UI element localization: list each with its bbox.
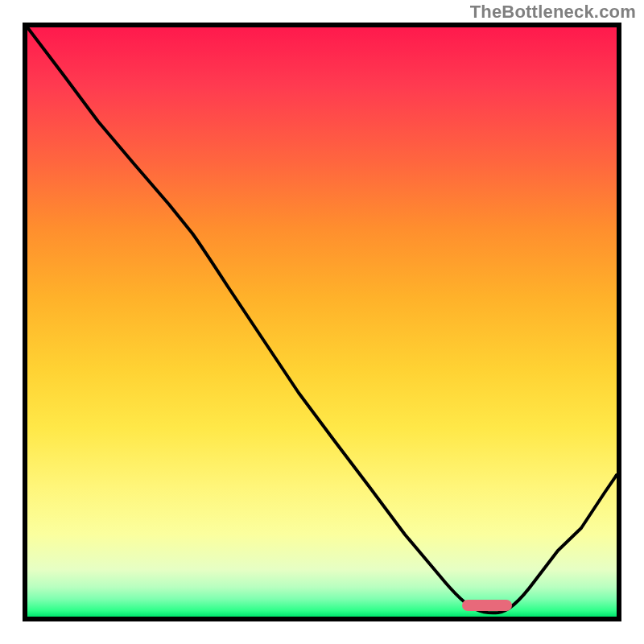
plot-area [23,23,621,621]
optimal-marker [462,600,512,611]
watermark-text: TheBottleneck.com [470,2,636,23]
chart-container: TheBottleneck.com [0,0,644,644]
bottleneck-curve [27,27,617,617]
